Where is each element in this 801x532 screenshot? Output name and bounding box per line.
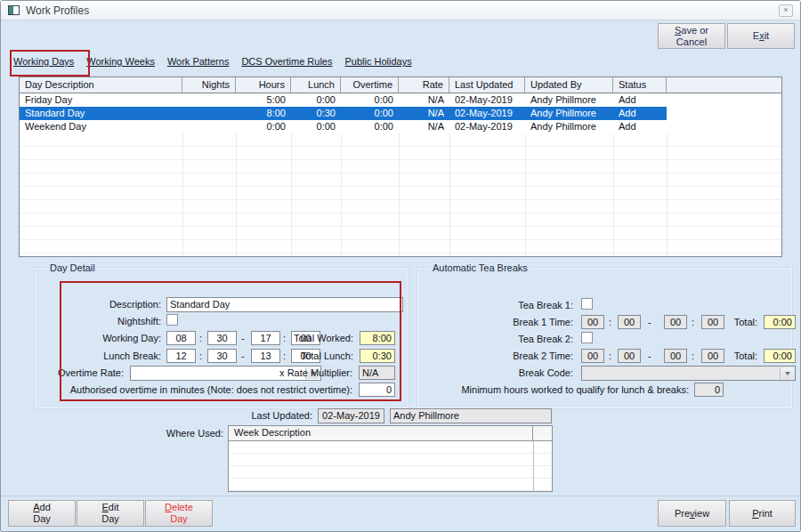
table-cell[interactable]: 0:00 xyxy=(341,107,399,120)
table-cell[interactable]: Andy Phillmore xyxy=(525,120,613,133)
table-cell[interactable]: Weekend Day xyxy=(20,120,182,133)
column-header[interactable]: Nights xyxy=(182,77,236,93)
table-cell[interactable]: N/A xyxy=(399,107,449,120)
working-day-start-min[interactable]: 30 xyxy=(207,331,237,345)
column-header[interactable]: Overtime xyxy=(341,77,399,93)
nightshift-label: Nightshift: xyxy=(117,316,161,326)
overtime-rate-label: Overtime Rate: xyxy=(58,367,124,378)
table-cell[interactable]: 0:00 xyxy=(291,120,341,133)
break2-start-min[interactable]: 00 xyxy=(618,349,641,363)
lunch-start-min[interactable]: 30 xyxy=(207,349,237,363)
break2-end-hour[interactable]: 00 xyxy=(664,349,687,363)
close-icon[interactable]: × xyxy=(779,4,793,17)
working-day-start-hour[interactable]: 08 xyxy=(166,331,196,345)
column-header[interactable]: Status xyxy=(613,77,667,93)
break1-end-hour[interactable]: 00 xyxy=(664,315,687,329)
break2-start-hour[interactable]: 00 xyxy=(581,349,604,363)
table-cell[interactable] xyxy=(182,120,236,133)
description-input[interactable]: Standard Day xyxy=(166,297,403,312)
lunch-end-hour[interactable]: 13 xyxy=(251,349,280,363)
last-updated-date: 02-May-2019 xyxy=(318,408,384,423)
time-colon: : xyxy=(283,351,286,361)
exit-button[interactable]: Exit xyxy=(727,23,795,49)
preview-label: Preview xyxy=(675,508,709,520)
table-cell[interactable]: Andy Phillmore xyxy=(525,93,613,107)
app-icon xyxy=(8,5,20,15)
break-1-total-label: Total: xyxy=(734,317,757,327)
tea-break-1-label: Tea Break 1: xyxy=(518,300,573,310)
table-cell[interactable]: 8:00 xyxy=(236,107,291,120)
table-cell[interactable] xyxy=(182,107,236,120)
tab-working-days[interactable]: Working Days xyxy=(13,56,74,67)
lunch-break-label: Lunch Break: xyxy=(103,351,161,361)
table-cell[interactable]: Andy Phillmore xyxy=(525,107,613,120)
column-header[interactable]: Day Description xyxy=(20,77,182,93)
rate-multiplier-label: x Rate Multiplier: xyxy=(279,367,352,378)
edit-day-label: EditDay xyxy=(101,502,119,525)
tea-break-2-checkbox[interactable] xyxy=(581,332,593,343)
table-cell[interactable] xyxy=(182,93,236,107)
nightshift-checkbox[interactable] xyxy=(166,314,178,326)
table-cell[interactable]: Add xyxy=(613,107,667,120)
table-cell[interactable] xyxy=(667,107,782,120)
table-cell[interactable]: 0:00 xyxy=(236,120,291,133)
table-cell[interactable]: Add xyxy=(613,120,667,133)
add-day-button[interactable]: AddDay xyxy=(8,500,76,527)
delete-day-label: DeleteDay xyxy=(165,502,193,525)
column-header[interactable] xyxy=(667,77,782,93)
column-header[interactable]: Last Updated xyxy=(449,77,525,93)
table-row[interactable]: Friday Day5:000:000:00N/A02-May-2019Andy… xyxy=(20,93,781,107)
table-cell[interactable]: 0:00 xyxy=(341,120,399,133)
column-header[interactable]: Updated By xyxy=(525,77,613,93)
edit-day-button[interactable]: EditDay xyxy=(77,500,144,527)
authorised-overtime-label: Authorised overtime in minutes (Note: do… xyxy=(70,384,352,395)
table-cell[interactable] xyxy=(667,120,782,133)
break1-end-min[interactable]: 00 xyxy=(701,315,724,329)
table-cell[interactable]: 02-May-2019 xyxy=(449,120,525,133)
time-colon: : xyxy=(692,351,694,361)
save-or-cancel-button[interactable]: Save or Cancel xyxy=(658,23,725,49)
table-cell[interactable]: 0:00 xyxy=(291,93,341,107)
table-cell[interactable]: N/A xyxy=(399,120,449,133)
tab-dcs-overtime-rules[interactable]: DCS Overtime Rules xyxy=(241,56,332,67)
range-dash: - xyxy=(241,333,245,343)
break1-start-min[interactable]: 00 xyxy=(618,315,641,329)
tab-work-patterns[interactable]: Work Patterns xyxy=(167,56,230,67)
chevron-down-icon[interactable] xyxy=(780,367,794,379)
authorised-overtime-input[interactable]: 0 xyxy=(359,383,395,397)
table-cell[interactable]: 02-May-2019 xyxy=(449,107,525,120)
lunch-start-hour[interactable]: 12 xyxy=(166,349,196,363)
tea-break-1-checkbox[interactable] xyxy=(581,298,593,310)
table-cell[interactable]: 0:00 xyxy=(341,93,399,107)
where-used-table: Week Description xyxy=(228,425,553,492)
preview-button[interactable]: Preview xyxy=(658,500,726,527)
table-cell[interactable]: Add xyxy=(613,93,667,107)
table-cell[interactable] xyxy=(667,93,782,107)
table-cell[interactable]: Friday Day xyxy=(20,93,182,107)
break2-end-min[interactable]: 00 xyxy=(701,349,724,363)
table-cell[interactable]: 5:00 xyxy=(236,93,291,107)
column-header[interactable]: Hours xyxy=(236,77,291,93)
column-header-week-description[interactable]: Week Description xyxy=(229,426,533,440)
working-day-end-hour[interactable]: 17 xyxy=(251,331,280,345)
column-header[interactable]: Rate xyxy=(399,77,449,93)
tab-public-holidays[interactable]: Public Holidays xyxy=(344,56,411,67)
break-code-select[interactable] xyxy=(581,366,796,381)
where-used-column-divider xyxy=(533,441,534,491)
break1-start-hour[interactable]: 00 xyxy=(581,315,604,329)
table-row[interactable]: Standard Day8:000:300:00N/A02-May-2019An… xyxy=(20,107,781,120)
delete-day-button[interactable]: DeleteDay xyxy=(145,500,213,527)
tab-working-weeks[interactable]: Working Weeks xyxy=(86,56,155,67)
table-cell[interactable]: 02-May-2019 xyxy=(449,93,525,107)
table-cell[interactable]: 0:30 xyxy=(291,107,341,120)
column-header[interactable]: Lunch xyxy=(291,77,341,93)
total-lunch-value: 0:30 xyxy=(360,349,395,363)
table-cell[interactable]: Standard Day xyxy=(20,107,182,120)
total-lunch-label: Total Lunch: xyxy=(301,351,353,361)
column-header-blank[interactable] xyxy=(533,426,552,440)
print-button[interactable]: Print xyxy=(729,500,796,527)
table-cell[interactable]: N/A xyxy=(399,93,449,107)
table-row[interactable]: Weekend Day0:000:000:00N/A02-May-2019And… xyxy=(20,120,781,133)
min-hours-input[interactable]: 0 xyxy=(694,383,724,397)
tea-break-2-label: Tea Break 2: xyxy=(518,334,573,344)
